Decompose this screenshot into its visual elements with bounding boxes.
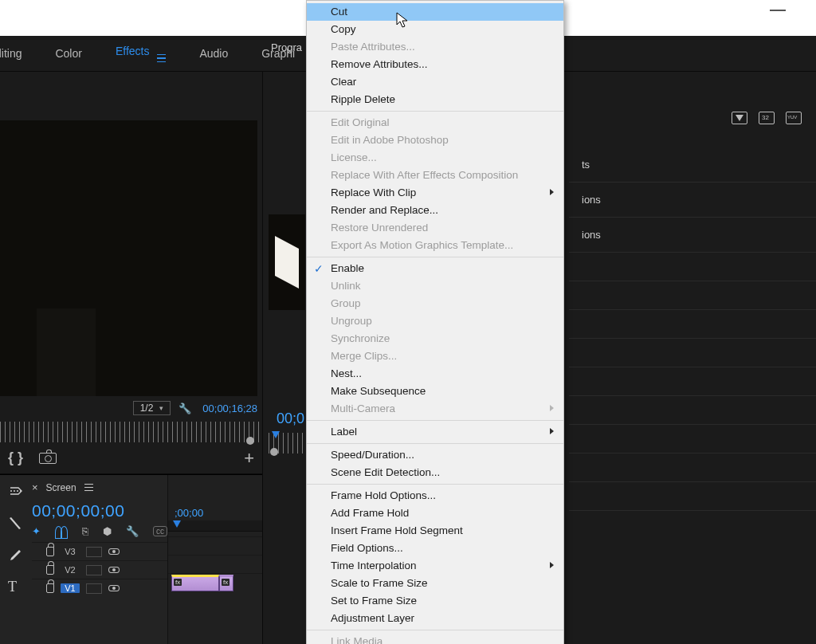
linked-selection-icon[interactable]: ⎘ xyxy=(82,525,88,537)
menu-ungroup: Ungroup xyxy=(307,312,563,330)
effect-row[interactable]: ts xyxy=(569,147,816,183)
insert-icon[interactable] xyxy=(8,483,24,502)
tab-editing[interactable]: diting xyxy=(0,47,22,60)
program-thumbnail[interactable] xyxy=(269,214,305,310)
razor-icon[interactable] xyxy=(8,515,24,534)
lock-icon[interactable] xyxy=(46,547,54,556)
track-toggle-icon[interactable] xyxy=(86,547,102,557)
tab-effects[interactable]: Effects xyxy=(116,45,166,62)
menu-enable[interactable]: ✓Enable xyxy=(307,260,563,277)
track-toggle-icon[interactable] xyxy=(86,565,102,575)
marker-icon[interactable]: ⬢ xyxy=(103,525,112,537)
tab-audio[interactable]: Audio xyxy=(199,47,228,60)
menu-set-to-frame[interactable]: Set to Frame Size xyxy=(307,592,563,610)
resolution-value: 1/2 xyxy=(140,402,154,414)
timeline-panel: T × Screen 00;00;00;00 ✦ ⎘ ⬢ 🔧 xyxy=(0,474,262,644)
cursor-icon xyxy=(396,12,409,29)
minimize-button[interactable] xyxy=(770,10,786,11)
timeline-header: × Screen xyxy=(32,481,167,493)
menu-add-frame-hold[interactable]: Add Frame Hold xyxy=(307,505,563,522)
32bit-badge-icon[interactable] xyxy=(759,112,775,124)
captions-icon[interactable]: cc xyxy=(153,526,167,536)
track-v2[interactable]: V2 xyxy=(32,560,167,579)
effect-row[interactable]: ions xyxy=(569,183,816,218)
menu-scale-to-frame[interactable]: Scale to Frame Size xyxy=(307,575,563,592)
timeline-clip[interactable] xyxy=(219,575,233,591)
hamburger-icon[interactable] xyxy=(157,54,166,63)
timeline-tool-column: T xyxy=(0,475,24,644)
effect-row[interactable]: ions xyxy=(569,218,816,253)
playhead-icon[interactable] xyxy=(272,431,280,438)
timeline-clip[interactable] xyxy=(171,575,219,591)
menu-speed-duration[interactable]: Speed/Duration... xyxy=(307,446,563,464)
menu-make-subsequence[interactable]: Make Subsequence xyxy=(307,383,563,400)
menu-replace-clip[interactable]: Replace With Clip xyxy=(307,184,563,202)
menu-restore-unrendered: Restore Unrendered xyxy=(307,219,563,237)
type-icon[interactable]: T xyxy=(8,579,24,595)
eye-icon[interactable] xyxy=(108,567,120,573)
source-timecode[interactable]: 00;00;16;28 xyxy=(202,402,257,414)
eye-icon[interactable] xyxy=(108,585,120,591)
track-v3[interactable]: V3 xyxy=(32,542,167,560)
menu-copy[interactable]: Copy xyxy=(307,21,563,38)
source-monitor-video[interactable] xyxy=(0,120,257,396)
menu-render-replace[interactable]: Render and Replace... xyxy=(307,202,563,219)
source-zoom-bar[interactable] xyxy=(0,422,262,442)
menu-insert-frame-hold[interactable]: Insert Frame Hold Segment xyxy=(307,522,563,540)
snap-star-icon[interactable]: ✦ xyxy=(32,525,41,537)
menu-time-interpolation[interactable]: Time Interpolation xyxy=(307,557,563,575)
lock-icon[interactable] xyxy=(46,583,54,593)
tab-color[interactable]: Color xyxy=(55,47,81,60)
menu-paste-attributes: Paste Attributes... xyxy=(307,38,563,56)
track-label: V2 xyxy=(61,565,80,575)
timeline-track-area[interactable]: ;00;00 xyxy=(167,475,262,644)
menu-field-options[interactable]: Field Options... xyxy=(307,540,563,557)
menu-export-mogrt: Export As Motion Graphics Template... xyxy=(307,237,563,254)
mark-out-icon[interactable]: { } xyxy=(8,450,23,466)
menu-unlink: Unlink xyxy=(307,277,563,295)
snap-magnet-icon[interactable] xyxy=(55,526,68,537)
menu-remove-attributes[interactable]: Remove Attributes... xyxy=(307,56,563,73)
clip-context-menu: Cut Copy Paste Attributes... Remove Attr… xyxy=(306,0,564,644)
eye-icon[interactable] xyxy=(108,548,120,555)
pen-icon[interactable] xyxy=(8,547,24,566)
program-label: Progra xyxy=(271,41,302,53)
track-toggle-icon[interactable] xyxy=(86,583,102,594)
menu-nest[interactable]: Nest... xyxy=(307,365,563,383)
source-monitor-panel: 1/2▾ 🔧 00;00;16;28 { } + xyxy=(0,72,263,644)
yuv-badge-icon[interactable] xyxy=(786,112,802,124)
playhead-icon[interactable] xyxy=(173,520,181,528)
program-timecode[interactable]: 00;0 xyxy=(277,410,304,427)
track-v1[interactable]: V1 xyxy=(32,579,167,597)
menu-license: License... xyxy=(307,149,563,167)
menu-group: Group xyxy=(307,295,563,312)
effect-controls-rows: ts ions ions xyxy=(569,147,816,511)
menu-label[interactable]: Label xyxy=(307,423,563,441)
add-button[interactable]: + xyxy=(244,448,254,469)
sequence-name[interactable]: Screen xyxy=(46,482,76,493)
menu-ripple-delete[interactable]: Ripple Delete xyxy=(307,91,563,108)
menu-cut[interactable]: Cut xyxy=(307,3,563,21)
track-label: V3 xyxy=(61,547,80,556)
fx-badge-icon[interactable] xyxy=(732,112,747,124)
resolution-select[interactable]: 1/2▾ xyxy=(133,401,171,415)
snapshot-icon[interactable] xyxy=(39,453,57,464)
timeline-timecode[interactable]: 00;00;00;00 xyxy=(32,501,167,520)
settings-wrench-icon[interactable]: 🔧 xyxy=(126,525,139,537)
wrench-icon[interactable]: 🔧 xyxy=(178,402,191,414)
submenu-arrow-icon xyxy=(550,562,554,568)
panel-menu-icon[interactable] xyxy=(84,484,93,492)
menu-scene-edit[interactable]: Scene Edit Detection... xyxy=(307,464,563,481)
menu-frame-hold-options[interactable]: Frame Hold Options... xyxy=(307,487,563,505)
menu-replace-ae: Replace With After Effects Composition xyxy=(307,167,563,184)
menu-multi-camera: Multi-Camera xyxy=(307,400,563,418)
menu-adjustment-layer[interactable]: Adjustment Layer xyxy=(307,610,563,627)
effect-controls-icons xyxy=(732,112,802,124)
timeline-ruler[interactable] xyxy=(168,520,262,532)
menu-clear[interactable]: Clear xyxy=(307,73,563,91)
menu-merge-clips: Merge Clips... xyxy=(307,348,563,365)
program-zoom-bar[interactable] xyxy=(269,433,308,454)
close-icon[interactable]: × xyxy=(32,481,38,493)
lock-icon[interactable] xyxy=(46,565,54,575)
check-icon: ✓ xyxy=(314,262,324,275)
